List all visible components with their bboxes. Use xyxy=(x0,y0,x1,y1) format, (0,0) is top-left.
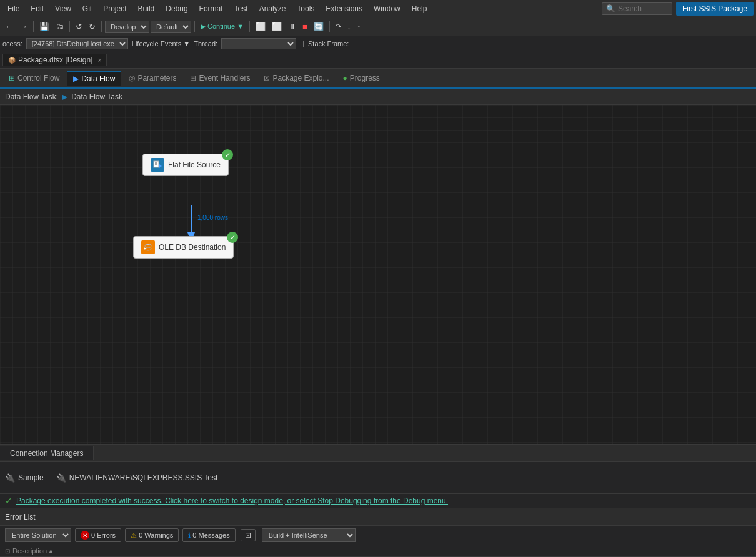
tab-progress-label: Progress xyxy=(350,74,380,82)
error-table-header: ⊡ Description ▲ xyxy=(0,545,756,557)
menu-window[interactable]: Window xyxy=(369,3,405,14)
process-select[interactable]: [24768] DtsDebugHost.exe xyxy=(26,38,128,49)
ole-db-destination-icon xyxy=(141,240,155,254)
toolbar-debug-detach[interactable]: ⬜ xyxy=(269,21,284,32)
toolbar-step-into[interactable]: ↓ xyxy=(345,22,354,32)
conn-item-sql[interactable]: 🔌 NEWALIENWARE\SQLEXPRESS.SSIS Test xyxy=(56,473,218,483)
toolbar-back[interactable]: ← xyxy=(2,21,16,32)
thread-label: Thread: xyxy=(194,40,217,47)
conn-icon-sql: 🔌 xyxy=(56,473,66,483)
warning-icon: ⚠ xyxy=(131,531,137,540)
menu-extensions[interactable]: Extensions xyxy=(321,3,367,14)
menu-file[interactable]: File xyxy=(2,3,24,14)
config-dropdown[interactable]: Default xyxy=(151,21,191,33)
menu-test[interactable]: Test xyxy=(229,3,253,14)
toolbar-restart[interactable]: 🔄 xyxy=(311,21,326,32)
toolbar-sep-5 xyxy=(249,21,250,32)
success-link[interactable]: Package execution completed with success… xyxy=(16,496,448,505)
dft-task-icon: ▶ xyxy=(62,92,67,101)
stack-frame-label: Stack Frame: xyxy=(308,40,349,47)
tab-event-handlers-label: Event Handlers xyxy=(199,74,250,82)
ole-db-destination-label: OLE DB Destination xyxy=(159,243,226,252)
package-tab-title: Package.dtsx [Design] xyxy=(18,56,92,64)
process-label: ocess: xyxy=(2,40,22,47)
menu-help[interactable]: Help xyxy=(407,3,432,14)
conn-label-sql: NEWALIENWARE\SQLEXPRESS.SSIS Test xyxy=(69,473,218,482)
ole-db-destination-node[interactable]: OLE DB Destination ✓ xyxy=(133,236,234,259)
description-col-icon: ⊡ xyxy=(5,548,10,555)
messages-label: 0 Messages xyxy=(192,531,229,539)
canvas-area[interactable]: 1,000 rows Flat File Source ✓ OLE DB Des… xyxy=(0,105,756,444)
flat-file-source-check: ✓ xyxy=(222,149,233,160)
menu-build[interactable]: Build xyxy=(133,3,160,14)
error-list-title: Error List xyxy=(5,513,36,521)
content-area: 1,000 rows Flat File Source ✓ OLE DB Des… xyxy=(0,105,756,557)
flat-file-source-node[interactable]: Flat File Source ✓ xyxy=(142,154,229,176)
messages-button[interactable]: ℹ 0 Messages xyxy=(182,528,235,542)
error-badge: ✕ xyxy=(81,531,89,540)
menu-view[interactable]: View xyxy=(50,3,76,14)
search-input[interactable] xyxy=(618,4,668,13)
menu-format[interactable]: Format xyxy=(194,3,228,14)
scope-dropdown[interactable]: Entire Solution xyxy=(5,528,71,542)
warnings-button[interactable]: ⚠ 0 Warnings xyxy=(125,528,179,542)
connector-svg xyxy=(0,105,756,444)
ole-db-destination-check: ✓ xyxy=(227,232,238,243)
conn-item-sample[interactable]: 🔌 Sample xyxy=(5,473,44,483)
toolbar-continue[interactable]: ▶ Continue ▼ xyxy=(198,21,246,32)
package-tab-close[interactable]: × xyxy=(97,57,101,64)
flat-file-source-icon xyxy=(151,158,164,172)
tab-control-flow[interactable]: ⊞ Control Flow xyxy=(2,71,66,85)
toolbar-stop[interactable]: ■ xyxy=(300,21,310,32)
package-tab[interactable]: 📦 Package.dtsx [Design] × xyxy=(2,54,107,66)
connection-managers: Connection Managers 🔌 Sample 🔌 NEWALIENW… xyxy=(0,444,756,493)
tab-data-flow[interactable]: ▶ Data Flow xyxy=(67,71,121,86)
toolbar-sep-4 xyxy=(194,21,195,32)
toolbar-save-all[interactable]: 🗂 xyxy=(53,21,66,32)
conn-tab-bar: Connection Managers xyxy=(0,445,756,462)
error-list-area: Error List Entire Solution ✕ 0 Errors ⚠ … xyxy=(0,508,756,557)
data-flow-icon: ▶ xyxy=(73,74,79,83)
control-flow-icon: ⊞ xyxy=(9,74,15,82)
success-bar: ✓ Package execution completed with succe… xyxy=(0,493,756,508)
toolbar-pause[interactable]: ⏸ xyxy=(286,21,299,32)
toolbar-sep-2 xyxy=(69,21,70,32)
search-icon: 🔍 xyxy=(606,4,615,13)
toolbar-save[interactable]: 💾 xyxy=(37,21,52,32)
dft-task-name: Data Flow Task xyxy=(71,92,122,101)
thread-select[interactable] xyxy=(221,38,296,49)
toolbar-step-over[interactable]: ↷ xyxy=(333,21,344,32)
conn-managers-tab[interactable]: Connection Managers xyxy=(0,446,94,460)
messages-icon: ℹ xyxy=(188,531,191,540)
lifecycle-label: Lifecycle Events ▼ xyxy=(132,40,190,47)
menu-edit[interactable]: Edit xyxy=(26,3,49,14)
success-icon: ✓ xyxy=(5,496,12,506)
tab-progress[interactable]: ● Progress xyxy=(337,71,386,85)
filter-button[interactable]: ⊡ xyxy=(241,529,256,541)
toolbar-undo[interactable]: ↺ xyxy=(73,21,85,32)
tab-area: 📦 Package.dtsx [Design] × xyxy=(0,51,756,69)
search-box[interactable]: 🔍 xyxy=(602,2,672,15)
tab-package-explorer[interactable]: ⊠ Package Explo... xyxy=(257,71,335,85)
menu-bar: File Edit View Git Project Build Debug F… xyxy=(0,0,756,17)
row-count-label: 1,000 rows xyxy=(197,214,228,221)
build-dropdown[interactable]: Build + IntelliSense xyxy=(262,528,356,542)
warnings-label: 0 Warnings xyxy=(139,531,173,539)
first-ssis-button[interactable]: First SSIS Package xyxy=(676,2,754,16)
conn-icon-sample: 🔌 xyxy=(5,473,15,483)
tab-package-explorer-label: Package Explo... xyxy=(272,74,329,82)
menu-git[interactable]: Git xyxy=(77,3,97,14)
errors-button[interactable]: ✕ 0 Errors xyxy=(75,528,121,542)
toolbar-redo[interactable]: ↻ xyxy=(86,21,98,32)
menu-project[interactable]: Project xyxy=(98,3,131,14)
tab-event-handlers[interactable]: ⊟ Event Handlers xyxy=(184,71,256,85)
dft-label: Data Flow Task: xyxy=(5,92,58,101)
menu-analyze[interactable]: Analyze xyxy=(254,3,291,14)
toolbar-step-out[interactable]: ↑ xyxy=(354,22,363,32)
menu-tools[interactable]: Tools xyxy=(292,3,319,14)
toolbar-debug-attach[interactable]: ⬜ xyxy=(253,21,268,32)
menu-debug[interactable]: Debug xyxy=(161,3,192,14)
branch-dropdown[interactable]: Develop xyxy=(105,21,149,33)
toolbar-forward[interactable]: → xyxy=(17,21,30,32)
tab-parameters[interactable]: ◎ Parameters xyxy=(122,71,182,85)
